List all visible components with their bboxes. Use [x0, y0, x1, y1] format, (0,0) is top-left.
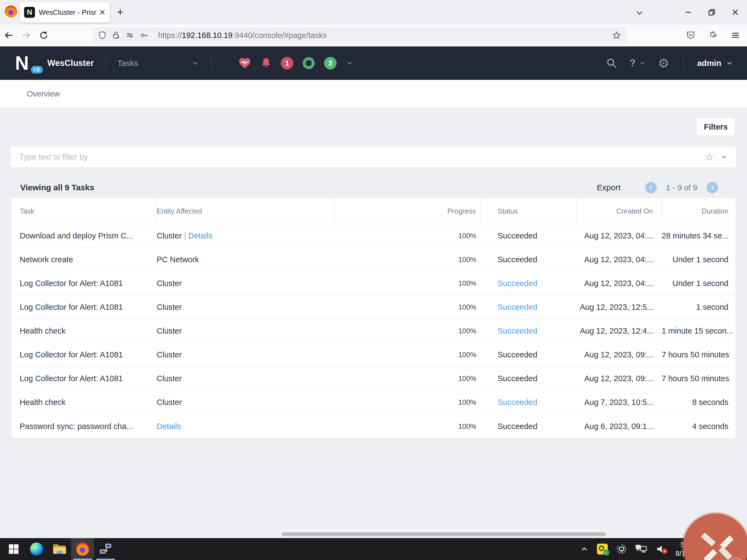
progress-cell: 100% [335, 398, 481, 407]
horizontal-scrollbar[interactable] [282, 532, 606, 536]
progress-cell: 100% [335, 351, 481, 359]
filter-input[interactable]: Type text to filter by ☆ [11, 147, 736, 167]
breadcrumb[interactable]: Overview [27, 90, 60, 98]
browser-toolbar: https://192.168.10.19:9440/console/#page… [0, 25, 747, 47]
network-tray-icon[interactable] [635, 543, 647, 555]
shield-icon[interactable] [98, 31, 107, 40]
list-header: Viewing all 9 Tasks Export 1 - 9 of 9 [11, 177, 736, 198]
filters-button[interactable]: Filters [697, 118, 735, 136]
task-cell: Network create [11, 255, 157, 264]
tab-list-chevron-icon[interactable] [634, 8, 645, 18]
chevron-down-icon [191, 59, 199, 67]
bookmark-star-icon[interactable] [612, 31, 621, 40]
duration-cell: 1 minute 15 secon... [662, 327, 736, 335]
status-cell: Succeeded [481, 327, 577, 335]
progress-cell: 100% [335, 327, 481, 335]
table-row[interactable]: Log Collector for Alert: A1081 Cluster 1… [11, 296, 736, 320]
edge-taskbar-icon[interactable] [25, 538, 48, 560]
permissions-sliders-icon[interactable] [125, 31, 134, 40]
column-header-status[interactable]: Status [481, 198, 577, 224]
status-cell: Succeeded [481, 231, 577, 240]
volume-muted-tray-icon[interactable]: ✕ [655, 543, 667, 555]
progress-bar [335, 282, 452, 285]
column-header-created[interactable]: Created On [577, 198, 662, 224]
export-button[interactable]: Export [597, 183, 621, 192]
table-row[interactable]: Log Collector for Alert: A1081 Cluster 1… [11, 343, 736, 367]
column-header-task[interactable]: Task [11, 198, 157, 224]
progress-bar [335, 234, 452, 237]
remote-session-tray-icon[interactable] [616, 543, 627, 555]
column-header-entity[interactable]: Entity Affected [157, 198, 335, 224]
alert-count-badge[interactable]: 1 [281, 57, 293, 70]
user-name: admin [697, 58, 721, 68]
table-row[interactable]: Log Collector for Alert: A1081 Cluster 1… [11, 367, 736, 391]
status-cell: Succeeded [481, 374, 577, 383]
progress-cell: 100% [335, 255, 481, 264]
help-dropdown[interactable]: ? [629, 57, 646, 69]
progress-percent: 100% [458, 374, 476, 383]
column-header-duration[interactable]: Duration [662, 198, 736, 224]
pocket-icon[interactable] [686, 30, 696, 40]
table-row[interactable]: Health check Cluster 100% Succeeded Aug … [11, 320, 736, 343]
chevron-down-icon[interactable] [721, 153, 728, 160]
url-bar[interactable]: https://192.168.10.19:9440/console/#page… [93, 27, 626, 43]
progress-percent: 100% [458, 303, 476, 311]
duration-cell: 1 second [662, 303, 736, 312]
health-heart-icon[interactable] [238, 57, 251, 69]
table-row[interactable]: Health check Cluster 100% Succeeded Aug … [11, 391, 736, 414]
menu-hamburger-icon[interactable] [730, 30, 741, 40]
tray-expand-chevron-icon[interactable] [580, 545, 589, 554]
chevron-down-icon[interactable] [346, 59, 353, 67]
breadcrumb-bar: Overview [0, 80, 747, 108]
extensions-puzzle-icon[interactable] [708, 30, 718, 40]
url-text[interactable]: https://192.168.10.19:9440/console/#page… [158, 31, 612, 40]
chevron-left-icon [648, 184, 654, 190]
window-close-button[interactable] [723, 0, 747, 25]
tab-close-icon[interactable]: ✕ [99, 8, 106, 17]
event-count-badge[interactable]: 3 [324, 57, 337, 70]
table-row[interactable]: Password sync: password cha... Details 1… [11, 414, 736, 438]
start-button[interactable] [2, 538, 25, 560]
duration-cell: 8 seconds [662, 398, 736, 407]
table-row[interactable]: Log Collector for Alert: A1081 Cluster 1… [11, 272, 736, 296]
column-header-progress[interactable]: Progress [335, 198, 481, 224]
lock-warning-icon[interactable] [111, 31, 120, 40]
saved-filter-star-icon[interactable]: ☆ [705, 151, 714, 163]
table-row[interactable]: Network create PC Network 100% Succeeded… [11, 248, 736, 272]
status-cell: Succeeded [481, 398, 577, 407]
created-on-cell: Aug 12, 2023, 12:4... [577, 327, 662, 335]
settings-gear-icon[interactable]: ⚙ [658, 57, 669, 70]
new-tab-button[interactable]: + [117, 6, 123, 18]
back-button[interactable] [0, 30, 18, 41]
firefox-logo-icon [5, 5, 17, 18]
antivirus-tray-icon[interactable]: ✓ [597, 543, 608, 555]
events-ring-icon[interactable] [303, 57, 315, 69]
remote-desktop-taskbar-icon[interactable] [94, 538, 117, 560]
user-menu[interactable]: admin [697, 58, 733, 68]
key-icon[interactable] [139, 31, 149, 40]
alerts-bell-icon[interactable] [261, 57, 272, 69]
pagination-label: 1 - 9 of 9 [666, 183, 697, 192]
table-row[interactable]: Download and deploy Prism C... Cluster |… [11, 224, 736, 248]
help-icon: ? [629, 57, 636, 69]
progress-percent: 100% [458, 232, 476, 240]
created-on-cell: Aug 12, 2023, 12:5... [577, 303, 662, 312]
entity-cell: Cluster [157, 303, 335, 312]
details-link[interactable]: Details [157, 422, 181, 431]
details-link[interactable]: Details [188, 231, 213, 240]
window-minimize-button[interactable] [676, 0, 700, 25]
page-menu-dropdown[interactable]: Tasks [117, 58, 199, 68]
pagination-next-button[interactable] [706, 182, 718, 193]
window-restore-button[interactable] [700, 0, 723, 25]
firefox-taskbar-icon[interactable] [71, 538, 94, 560]
reload-button[interactable] [35, 30, 52, 41]
pagination-prev-button[interactable] [645, 182, 657, 193]
table-body: Download and deploy Prism C... Cluster |… [11, 224, 736, 438]
task-cell: Log Collector for Alert: A1081 [11, 374, 157, 383]
file-explorer-taskbar-icon[interactable] [48, 538, 71, 560]
nutanix-logo[interactable]: N CE [15, 53, 45, 73]
search-icon[interactable] [606, 57, 617, 69]
browser-tab-active[interactable]: N WesCluster - Prism Element ✕ [20, 2, 110, 22]
progress-percent: 100% [458, 398, 476, 407]
forward-button[interactable] [18, 30, 35, 41]
